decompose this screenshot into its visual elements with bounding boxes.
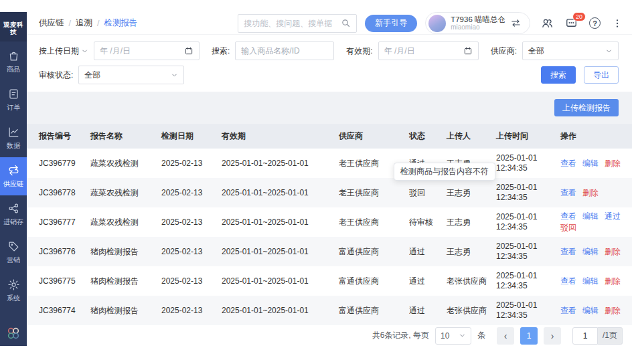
validity-date-input[interactable] [384,46,459,56]
upload-date-input[interactable] [100,46,180,56]
sidebar-item-marketing[interactable]: 营销 [0,234,27,272]
global-search[interactable] [238,14,357,33]
pager: ‹ 1 › [497,327,561,345]
action-delete[interactable]: 删除 [582,188,599,197]
sidebar-nav: 商品 订单 数据 供应链 进销存 营销 系统 [0,43,27,310]
search-button[interactable]: 搜索 [541,66,576,84]
kebab-menu-icon[interactable] [612,18,623,29]
upload-report-button[interactable]: 上传检测报告 [554,99,619,116]
col-actions: 操作 [560,124,632,149]
switch-account-icon[interactable] [510,17,522,29]
validity-filter-label: 有效期: [346,46,372,57]
gear-icon [7,278,20,291]
action-edit[interactable]: 编辑 [582,211,599,221]
sidebar-item-inventory[interactable]: 进销存 [0,195,27,234]
breadcrumb-trace[interactable]: 追溯 [76,17,92,29]
filter-row-2: 审核状态: 全部 搜索 导出 [39,65,619,85]
action-view[interactable]: 查看 [560,276,576,286]
status-badge: 通过 [409,296,447,325]
action-view[interactable]: 查看 [560,159,576,168]
global-search-input[interactable] [244,19,337,28]
beginner-guide-button[interactable]: 新手引导 [365,15,417,32]
action-edit[interactable]: 编辑 [582,276,599,286]
sidebar-item-label: 商品 [7,65,20,74]
export-button[interactable]: 导出 [584,66,619,84]
sidebar-item-data[interactable]: 数据 [0,119,27,157]
top-bar: 供应链 / 追溯 / 检测报告 新手引导 T7936 喵喵总仓 miaomiao [27,12,632,35]
chevron-down-icon [605,48,613,55]
report-table: 报告编号 报告名称 检测日期 有效期 供应商 状态 上传人 上传时间 操作 JC… [27,124,632,325]
date-type-dropdown[interactable]: 按上传日期 [39,46,88,57]
table-row: JC396777 蔬菜农残检测 2025-02-13 2025-01-01~20… [27,207,632,237]
table-row: JC396774 猪肉检测报告 2025-02-13 2025-01-01~20… [27,296,632,325]
audit-status-select[interactable]: 全部 [78,66,184,84]
page-size-select[interactable]: 10 [435,327,471,345]
action-view[interactable]: 查看 [560,247,576,256]
tag-icon [7,240,20,253]
product-search-input[interactable] [241,46,328,56]
sidebar-item-system[interactable]: 系统 [0,272,27,310]
content-area: 上传检测报告 报告编号 报告名称 检测日期 有效期 供应商 状态 上传人 上传时… [27,92,632,325]
filter-bar: 按上传日期 搜索: 有效期: 供应商: 全部 审核状态: [27,35,632,92]
supply-chain-icon [7,164,20,177]
breadcrumb-separator: / [97,19,99,28]
messages-icon[interactable]: 20 [565,17,578,29]
breadcrumb-supply-chain[interactable]: 供应链 [39,17,64,29]
sidebar-item-label: 营销 [7,256,20,265]
col-test-date: 检测日期 [161,124,222,149]
user-account[interactable]: T7936 喵喵总仓 miaomiao [425,12,530,34]
supplier-select[interactable]: 全部 [522,41,619,60]
search-icon[interactable] [341,18,351,28]
prev-page-button[interactable]: ‹ [497,327,514,345]
status-badge: 通过 [409,266,447,296]
table-row: JC396778 蔬菜农残检测 2025-02-13 2025-01-01~20… [27,178,632,207]
contacts-icon[interactable] [541,17,554,29]
sidebar-item-orders[interactable]: 订单 [0,81,27,119]
col-uploader: 上传人 [447,124,496,149]
action-view[interactable]: 查看 [560,188,576,197]
action-approve[interactable]: 通过 [605,211,621,221]
user-name: T7936 喵喵总仓 [451,15,505,23]
action-delete[interactable]: 删除 [605,276,621,286]
action-edit[interactable]: 编辑 [582,247,599,256]
breadcrumb-current: 检测报告 [104,17,137,29]
product-search-field[interactable] [235,41,334,60]
action-delete[interactable]: 删除 [605,306,621,315]
table-row: JC396775 猪肉检测报告 2025-02-13 2025-01-01~20… [27,266,632,296]
action-edit[interactable]: 编辑 [582,306,599,315]
action-view[interactable]: 查看 [560,306,576,315]
search-filter-label: 搜索: [212,46,230,57]
sidebar-item-label: 供应链 [3,179,23,189]
status-badge: 待审核 [409,207,447,237]
date-type-label: 按上传日期 [39,46,79,57]
page-jump-input[interactable] [572,327,598,345]
current-page-button[interactable]: 1 [520,327,538,345]
action-edit[interactable]: 编辑 [582,159,599,168]
sidebar-item-supply-chain[interactable]: 供应链 [0,157,27,195]
validity-date-field[interactable] [378,41,479,60]
calendar-icon[interactable] [463,46,473,56]
user-subname: miaomiao [451,23,505,31]
upload-date-field[interactable] [94,41,200,60]
main-area: 供应链 / 追溯 / 检测报告 新手引导 T7936 喵喵总仓 miaomiao [27,12,632,346]
next-page-button[interactable]: › [544,327,561,345]
sidebar-item-label: 数据 [7,141,20,151]
avatar [428,15,446,32]
chevron-down-icon [171,72,178,79]
brand-logo: 观麦科技 [0,12,27,41]
table-row: JC396779 蔬菜农残检测 2025-02-13 2025-01-01~20… [27,149,632,178]
action-view[interactable]: 查看 [560,211,576,221]
calendar-icon[interactable] [184,46,193,56]
sidebar-item-products[interactable]: 商品 [0,43,27,81]
action-delete[interactable]: 删除 [605,159,621,168]
brand-logo-text: 观麦科技 [3,21,23,35]
help-icon[interactable]: ? [589,17,601,29]
user-names: T7936 喵喵总仓 miaomiao [451,15,505,31]
filter-buttons: 搜索 导出 [541,66,619,84]
page-size-value: 10 [441,331,449,341]
action-delete[interactable]: 删除 [605,247,621,256]
share-nodes-icon [7,202,20,215]
sidebar-item-label: 订单 [7,103,20,112]
chart-icon [7,126,20,139]
action-reject[interactable]: 驳回 [560,223,576,232]
